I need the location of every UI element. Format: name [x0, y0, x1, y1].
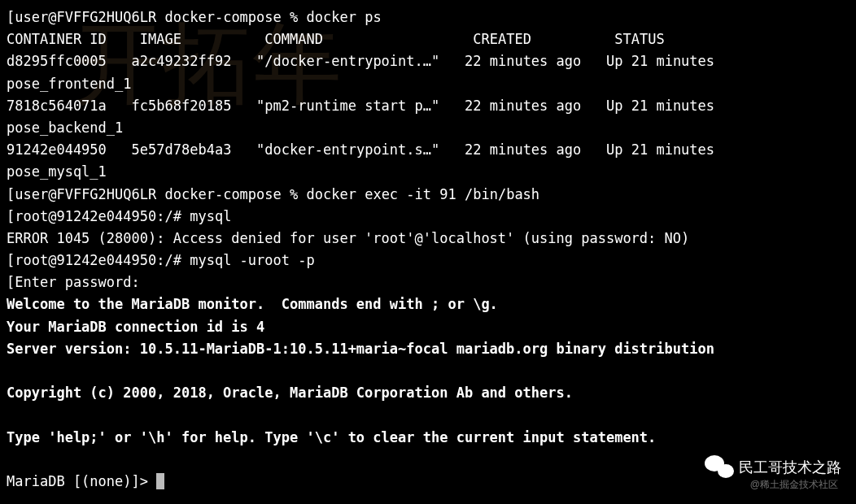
blank-line	[7, 404, 849, 426]
table-row-name: pose_frontend_1	[7, 73, 849, 95]
prompt-line-3: [root@91242e044950:/# mysql	[7, 206, 849, 228]
command-text: docker exec -it 91 /bin/bash	[307, 186, 540, 202]
table-row: d8295ffc0005 a2c49232ff92 "/docker-entry…	[7, 50, 849, 72]
table-row-name: pose_backend_1	[7, 117, 849, 139]
command-text: docker ps	[307, 9, 382, 25]
table-row-name: pose_mysql_1	[7, 161, 849, 183]
cursor-icon	[156, 473, 164, 489]
error-line: ERROR 1045 (28000): Access denied for us…	[7, 228, 849, 250]
wechat-icon	[705, 455, 734, 480]
mariadb-version: Server version: 10.5.11-MariaDB-1:10.5.1…	[7, 338, 849, 360]
table-row: 7818c564071a fc5b68f20185 "pm2-runtime s…	[7, 95, 849, 117]
mariadb-welcome: Welcome to the MariaDB monitor. Commands…	[7, 293, 849, 315]
mariadb-help: Type 'help;' or '\h' for help. Type '\c'…	[7, 427, 849, 449]
blank-line	[7, 360, 849, 382]
prompt-line-2: [user@FVFFG2HUQ6LR docker-compose % dock…	[7, 184, 849, 206]
prompt-line-4: [root@91242e044950:/# mysql -uroot -p	[7, 250, 849, 272]
enter-password-line: [Enter password:	[7, 272, 849, 293]
prompt-line-1: [user@FVFFG2HUQ6LR docker-compose % dock…	[7, 7, 849, 28]
watermark-badge: 民工哥技术之路	[705, 455, 841, 480]
mariadb-connection: Your MariaDB connection id is 4	[7, 316, 849, 338]
table-header: CONTAINER ID IMAGE COMMAND CREATED STATU…	[7, 28, 849, 50]
sub-watermark-text: @稀土掘金技术社区	[750, 477, 838, 493]
mariadb-copyright: Copyright (c) 2000, 2018, Oracle, MariaD…	[7, 382, 849, 404]
command-text: mysql	[190, 208, 231, 224]
terminal-content: [user@FVFFG2HUQ6LR docker-compose % dock…	[7, 7, 849, 493]
watermark-badge-text: 民工哥技术之路	[739, 456, 841, 480]
table-row: 91242e044950 5e57d78eb4a3 "docker-entryp…	[7, 139, 849, 161]
command-text: mysql -uroot -p	[190, 252, 315, 268]
